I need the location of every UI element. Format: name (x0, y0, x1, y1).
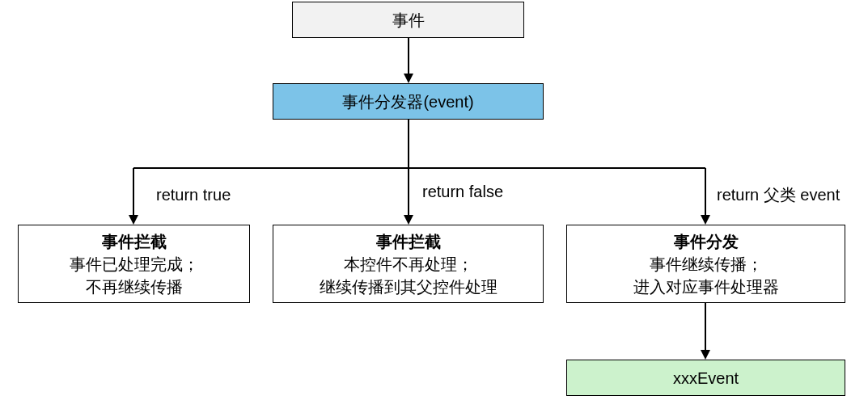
intercept-true-line1: 事件已处理完成； (70, 253, 199, 276)
intercept-false-node: 事件拦截 本控件不再处理； 继续传播到其父控件处理 (273, 225, 544, 303)
event-handler-label: xxxEvent (673, 367, 739, 389)
intercept-true-line2: 不再继续传播 (86, 276, 183, 298)
dispatch-parent-line1: 事件继续传播； (650, 253, 763, 276)
intercept-true-title: 事件拦截 (102, 230, 167, 253)
edge-label-middle: return false (422, 183, 503, 201)
intercept-true-node: 事件拦截 事件已处理完成； 不再继续传播 (18, 225, 250, 303)
svg-marker-7 (404, 215, 413, 225)
dispatcher-node: 事件分发器(event) (273, 83, 544, 120)
svg-marker-5 (129, 215, 138, 225)
event-handler-node: xxxEvent (566, 360, 845, 396)
dispatch-parent-title: 事件分发 (674, 230, 739, 253)
svg-marker-1 (404, 74, 413, 83)
dispatch-parent-line2: 进入对应事件处理器 (633, 276, 779, 298)
dispatch-parent-node: 事件分发 事件继续传播； 进入对应事件处理器 (566, 225, 845, 303)
intercept-false-line1: 本控件不再处理； (344, 253, 473, 276)
intercept-false-line2: 继续传播到其父控件处理 (320, 276, 498, 298)
svg-marker-9 (701, 215, 710, 225)
edge-label-right: return 父类 event (717, 184, 840, 206)
svg-marker-11 (701, 350, 710, 360)
edge-label-left: return true (156, 186, 231, 204)
arrow-event-to-dispatcher (408, 38, 409, 83)
event-node: 事件 (292, 2, 524, 38)
event-label: 事件 (392, 9, 425, 32)
dispatcher-label: 事件分发器(event) (342, 90, 473, 113)
intercept-false-title: 事件拦截 (376, 230, 441, 253)
